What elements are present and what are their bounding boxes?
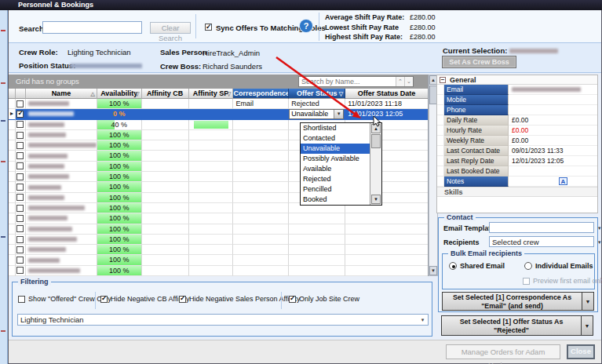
current-selection-value-redacted xyxy=(509,49,558,53)
scroll-down-icon[interactable]: ▼ xyxy=(429,266,437,275)
set-as-crew-boss-button[interactable]: Set As Crew Boss xyxy=(442,56,516,68)
dropdown-item[interactable]: Unavailable xyxy=(301,144,370,154)
row-checkbox[interactable] xyxy=(16,152,24,159)
row-checkbox[interactable] xyxy=(16,142,24,149)
scrollbar-thumb[interactable] xyxy=(371,134,381,148)
row-checkbox[interactable] xyxy=(16,162,24,169)
table-row[interactable]: ▸0 %Unavailable▼12/01/2023 12:05 xyxy=(9,109,428,119)
detail-row[interactable]: Daily Rate£0.00 xyxy=(437,115,597,126)
chevron-down-icon[interactable]: ▼ xyxy=(334,110,343,118)
row-checkbox[interactable] xyxy=(16,267,24,274)
dropdown-item[interactable]: Possibly Available xyxy=(301,154,370,164)
checkbox-icon[interactable] xyxy=(523,278,530,285)
manage-orders-button[interactable]: Manage Orders for Adam Hodgson xyxy=(446,344,560,359)
help-icon[interactable]: ? xyxy=(300,20,312,32)
row-checkbox[interactable] xyxy=(16,236,24,243)
filter-checkbox[interactable]: Only Job Site Crew xyxy=(289,295,359,303)
preview-first-email-checkbox[interactable]: Preview first email only xyxy=(523,277,602,285)
column-header-correspondence[interactable]: Correspondence xyxy=(233,89,289,99)
dropdown-scrollbar[interactable]: ▲ ▼ xyxy=(370,123,381,205)
row-checkbox[interactable] xyxy=(16,205,24,212)
email-template-select[interactable]: ▾ xyxy=(489,222,594,233)
role-filter-select[interactable]: ▾ xyxy=(17,314,429,326)
column-header-availability[interactable]: Availability▽ xyxy=(97,89,142,99)
dropdown-item[interactable]: Available xyxy=(301,164,370,174)
search-by-name-input[interactable] xyxy=(299,77,396,86)
detail-row[interactable]: Last Contact Date09/01/2023 11:33 xyxy=(437,146,597,156)
checkbox-icon[interactable] xyxy=(18,296,25,303)
scroll-down-icon[interactable]: ▼ xyxy=(371,195,381,204)
chevron-down-icon[interactable]: ▼ xyxy=(581,316,593,335)
dropdown-item[interactable]: Pencilled xyxy=(301,184,370,195)
detail-row[interactable]: Last Booked Date xyxy=(437,166,597,177)
column-header-offer-status-date[interactable]: Offer Status Date xyxy=(345,89,428,99)
chevron-down-icon[interactable]: ⌄ xyxy=(404,77,413,86)
row-checkbox[interactable] xyxy=(16,111,24,118)
checkbox-icon[interactable] xyxy=(289,296,296,303)
notes-format-icon[interactable]: A xyxy=(559,177,567,185)
set-offer-status-button[interactable]: Set Selected [1] Offer Status As "Reject… xyxy=(441,315,593,336)
close-button[interactable]: Close xyxy=(567,344,595,359)
table-row[interactable]: 100 %EmailRejected11/01/2023 11:18 xyxy=(9,99,428,109)
row-checkbox[interactable] xyxy=(16,194,24,201)
filter-checkbox[interactable]: Hide Negative CB Affinity xyxy=(100,295,189,303)
set-correspondence-button[interactable]: Set Selected [1] Correspondence As "Emai… xyxy=(442,292,594,311)
offer-status-combo[interactable]: Unavailable▼ xyxy=(289,109,344,119)
dropdown-item[interactable]: Rejected xyxy=(301,174,370,184)
row-checkbox[interactable] xyxy=(16,184,24,191)
collapse-icon[interactable]: − xyxy=(440,77,446,83)
row-checkbox[interactable] xyxy=(16,246,24,253)
chevron-down-icon[interactable]: ▾ xyxy=(418,315,428,325)
radio-icon[interactable] xyxy=(524,262,532,270)
select-all-column[interactable] xyxy=(16,89,26,99)
chevron-down-icon[interactable]: ▼ xyxy=(582,293,593,310)
skills-section-header[interactable]: Skills xyxy=(437,187,597,197)
detail-row[interactable]: Email xyxy=(437,85,597,95)
sync-offers-checkbox[interactable] xyxy=(205,24,212,31)
scroll-up-icon[interactable]: ▲ xyxy=(371,124,381,133)
detail-row[interactable]: Hourly Rate£0.00 xyxy=(437,126,597,136)
correspondence-value xyxy=(233,245,289,255)
correspondence-value xyxy=(233,140,289,151)
detail-row[interactable]: Phone xyxy=(437,105,597,115)
table-row[interactable]: 100 % xyxy=(9,224,428,235)
row-checkbox[interactable] xyxy=(16,121,24,128)
dropdown-item[interactable]: Shortlisted xyxy=(301,123,370,133)
search-input[interactable]: ▾ xyxy=(42,21,142,34)
filter-checkbox[interactable]: Show "Offered" Crew Only xyxy=(18,295,111,303)
chevron-up-icon[interactable]: ⌃ xyxy=(396,77,404,86)
radio-icon[interactable] xyxy=(449,262,457,270)
row-checkbox[interactable] xyxy=(16,225,24,232)
chevron-down-icon[interactable]: ▾ xyxy=(598,237,601,246)
recipients-select[interactable]: ▾ xyxy=(489,236,594,247)
row-checkbox[interactable] xyxy=(16,173,24,180)
filter-checkbox[interactable]: Hide Negative Sales Person Affinity xyxy=(179,295,300,303)
clear-search-button[interactable]: Clear Search xyxy=(150,22,191,34)
column-header-name[interactable]: Name△ xyxy=(26,89,97,99)
search-by-name-box[interactable]: ⌃ ⌄ xyxy=(298,76,414,87)
table-row[interactable]: 100 % xyxy=(9,255,428,265)
detail-row[interactable]: Mobile xyxy=(437,95,597,105)
checkbox-icon[interactable] xyxy=(100,296,108,303)
row-checkbox[interactable] xyxy=(16,132,24,139)
checkbox-icon[interactable] xyxy=(179,296,186,303)
detail-row[interactable]: NotesA xyxy=(437,177,597,187)
detail-row[interactable]: Last Reply Date12/01/2023 12:05 xyxy=(437,156,597,166)
dropdown-item[interactable]: Contacted xyxy=(301,133,370,144)
chevron-down-icon[interactable]: ▾ xyxy=(598,223,601,232)
row-checkbox[interactable] xyxy=(16,100,24,107)
table-row[interactable]: 100 % xyxy=(9,245,428,255)
row-checkbox[interactable] xyxy=(16,257,24,264)
column-header-affinity-sp[interactable]: Affinity SP▽ xyxy=(189,89,234,99)
shared-email-radio[interactable]: Shared Email xyxy=(449,262,505,270)
column-header-offer-status[interactable]: Offer Status▽ xyxy=(289,89,345,99)
general-section-header[interactable]: − General xyxy=(437,75,597,85)
table-row[interactable]: 100 % xyxy=(9,213,428,224)
individual-emails-radio[interactable]: Individual Emails xyxy=(524,262,593,270)
row-checkbox[interactable] xyxy=(16,215,24,222)
table-row[interactable]: 100 % xyxy=(9,266,428,276)
detail-row[interactable]: Weekly Rate£0.00 xyxy=(437,136,597,146)
dropdown-item[interactable]: Booked xyxy=(301,195,370,205)
table-row[interactable]: 100 % xyxy=(9,235,428,245)
column-header-affinity-cb[interactable]: Affinity CB xyxy=(142,89,189,99)
